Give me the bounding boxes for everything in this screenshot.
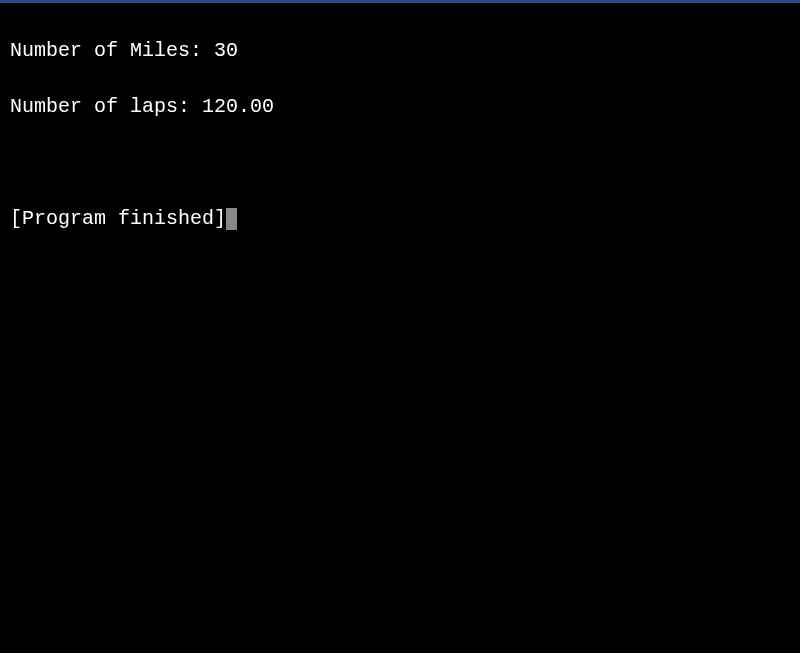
terminal-output: Number of Miles: 30 Number of laps: 120.… [0,3,800,267]
cursor-icon [226,208,237,230]
laps-value: 120.00 [202,95,274,118]
miles-value: 30 [214,39,238,62]
laps-label: Number of laps: [10,95,202,118]
output-line-laps: Number of laps: 120.00 [10,93,790,121]
output-line-miles: Number of Miles: 30 [10,37,790,65]
program-status: [Program finished] [10,207,226,230]
miles-label: Number of Miles: [10,39,214,62]
output-line-status: [Program finished] [10,205,790,233]
